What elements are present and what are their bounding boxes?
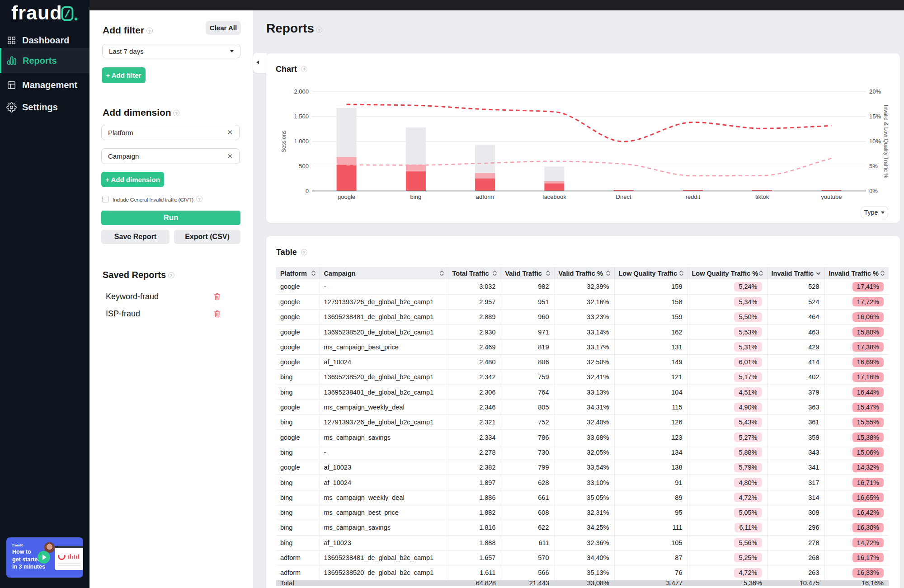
svg-text:google: google [338, 193, 355, 200]
svg-text:0%: 0% [869, 188, 878, 194]
svg-text:reddit: reddit [686, 193, 701, 200]
svg-text:5%: 5% [869, 163, 878, 169]
svg-text:facebook: facebook [542, 193, 566, 200]
svg-text:0: 0 [306, 188, 309, 194]
svg-text:Invalid & Low Quality Traffic: Invalid & Low Quality Traffic % [883, 105, 889, 178]
svg-text:tiktok: tiktok [755, 193, 769, 200]
svg-text:bing: bing [410, 193, 422, 200]
svg-text:1.500: 1.500 [294, 113, 309, 120]
svg-text:Direct: Direct [616, 193, 631, 200]
svg-text:10%: 10% [869, 138, 881, 145]
svg-text:Sessions: Sessions [281, 131, 287, 153]
svg-text:1.000: 1.000 [294, 138, 309, 145]
svg-text:adform: adform [476, 193, 494, 200]
svg-text:20%: 20% [869, 88, 881, 95]
svg-text:500: 500 [299, 163, 309, 169]
svg-text:15%: 15% [869, 113, 881, 120]
svg-text:youtube: youtube [821, 193, 842, 200]
svg-text:2.000: 2.000 [294, 88, 309, 95]
